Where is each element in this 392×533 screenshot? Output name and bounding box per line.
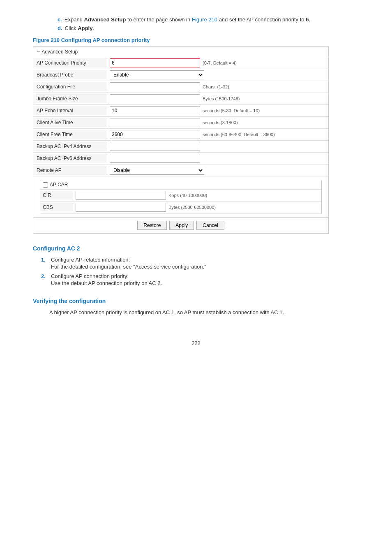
label-cir: CIR — [40, 191, 73, 199]
instruction-d: d. Click Apply. — [58, 25, 359, 31]
label-client-free-time: Client Free Time — [33, 130, 107, 139]
label-backup-ac-ipv6: Backup AC IPv6 Address — [33, 154, 107, 163]
label-jumbo-frame-size: Jumbo Frame Size — [33, 94, 107, 103]
input-cell-configuration-file: Chars. (1-32) — [107, 81, 328, 93]
input-cell-client-alive-time: seconds (3-1800) — [107, 117, 328, 128]
ac2-step-2: 2. Configure AP connection priority: Use… — [41, 273, 359, 286]
select-remote-ap[interactable]: Disable Enable — [110, 166, 204, 175]
input-cell-cir: Kbps (40-1000000) — [73, 190, 321, 201]
collapse-icon[interactable]: − — [37, 49, 40, 55]
step-1-content: Configure AP-related information: For th… — [51, 257, 359, 270]
hint-cir: Kbps (40-1000000) — [168, 193, 207, 198]
label-broadcast-probe: Broadcast Probe — [33, 70, 107, 79]
row-cbs: CBS Bytes (2500-62500000) — [40, 201, 321, 213]
input-cell-backup-ac-ipv6 — [107, 153, 328, 164]
input-client-alive-time[interactable] — [110, 118, 200, 127]
select-broadcast-probe[interactable]: Enable Disable — [110, 70, 204, 79]
input-cell-ap-echo-interval: seconds (5-80, Default = 10) — [107, 105, 328, 116]
input-backup-ac-ipv4[interactable] — [110, 142, 200, 151]
input-cell-broadcast-probe: Enable Disable — [107, 69, 328, 81]
step-1-sub: For the detailed configuration, see "Acc… — [51, 264, 359, 270]
step-letter-d: d. — [58, 25, 62, 31]
page-number: 222 — [33, 340, 359, 346]
hint-ap-connection-priority: (0-7, Default = 4) — [203, 60, 237, 65]
row-cir: CIR Kbps (40-1000000) — [40, 189, 321, 201]
step-1-main: Configure AP-related information: — [51, 257, 130, 263]
label-configuration-file: Configuration File — [33, 82, 107, 91]
input-cbs[interactable] — [76, 203, 166, 212]
input-cell-jumbo-frame-size: Bytes (1500-1748) — [107, 93, 328, 104]
row-ap-echo-interval: AP Echo Interval seconds (5-80, Default … — [33, 105, 328, 117]
restore-button[interactable]: Restore — [137, 221, 167, 230]
button-row: Restore Apply Cancel — [33, 217, 328, 233]
hint-cbs: Bytes (2500-62500000) — [168, 205, 216, 210]
form-container: − Advanced Setup AP Connection Priority … — [33, 46, 329, 234]
step-num-1: 1. — [41, 257, 51, 270]
step-letter-c: c. — [58, 16, 62, 23]
input-cir[interactable] — [76, 191, 166, 200]
row-broadcast-probe: Broadcast Probe Enable Disable — [33, 69, 328, 81]
apply-button[interactable]: Apply — [169, 221, 194, 230]
input-ap-echo-interval[interactable] — [110, 106, 200, 115]
ap-car-section: AP CAR CIR Kbps (40-1000000) CBS Bytes (… — [40, 180, 322, 213]
input-cell-cbs: Bytes (2500-62500000) — [73, 202, 321, 213]
row-client-free-time: Client Free Time seconds (60-86400, Defa… — [33, 129, 328, 141]
label-ap-connection-priority: AP Connection Priority — [33, 58, 107, 67]
ap-car-wrapper: AP CAR CIR Kbps (40-1000000) CBS Bytes (… — [33, 176, 328, 217]
row-backup-ac-ipv4: Backup AC IPv4 Address — [33, 141, 328, 153]
step-2-content: Configure AP connection priority: Use th… — [51, 273, 359, 286]
configuring-ac2-title: Configuring AC 2 — [33, 245, 359, 252]
step-2-main: Configure AP connection priority: — [51, 273, 129, 279]
hint-client-free-time: seconds (60-86400, Default = 3600) — [203, 132, 275, 137]
figure-title: Figure 210 Configuring AP connection pri… — [33, 37, 359, 43]
input-ap-connection-priority[interactable] — [110, 58, 200, 67]
step-2-sub: Use the default AP connection priority o… — [51, 280, 359, 286]
instruction-d-text: Click Apply. — [65, 25, 95, 31]
section-header: − Advanced Setup — [33, 47, 328, 57]
ap-car-checkbox[interactable] — [43, 182, 48, 188]
hint-ap-echo-interval: seconds (5-80, Default = 10) — [203, 108, 260, 113]
label-client-alive-time: Client Alive Time — [33, 118, 107, 127]
row-client-alive-time: Client Alive Time seconds (3-1800) — [33, 117, 328, 129]
section-header-label: Advanced Setup — [42, 49, 78, 55]
hint-client-alive-time: seconds (3-1800) — [203, 120, 238, 125]
label-cbs: CBS — [40, 203, 73, 211]
label-backup-ac-ipv4: Backup AC IPv4 Address — [33, 142, 107, 151]
hint-configuration-file: Chars. (1-32) — [203, 84, 229, 89]
hint-jumbo-frame-size: Bytes (1500-1748) — [203, 96, 240, 101]
verifying-title: Verifying the configuration — [33, 298, 359, 304]
row-configuration-file: Configuration File Chars. (1-32) — [33, 81, 328, 93]
row-ap-connection-priority: AP Connection Priority (0-7, Default = 4… — [33, 57, 328, 69]
verifying-text: A higher AP connection priority is confi… — [49, 309, 284, 315]
row-backup-ac-ipv6: Backup AC IPv6 Address — [33, 153, 328, 165]
cancel-button[interactable]: Cancel — [196, 221, 224, 230]
input-client-free-time[interactable] — [110, 130, 200, 139]
instruction-c-text: Expand Advanced Setup to enter the page … — [65, 16, 310, 23]
ap-car-label: AP CAR — [50, 182, 68, 188]
label-ap-echo-interval: AP Echo Interval — [33, 106, 107, 115]
input-cell-ap-connection-priority: (0-7, Default = 4) — [107, 57, 328, 69]
input-cell-client-free-time: seconds (60-86400, Default = 3600) — [107, 129, 328, 140]
input-jumbo-frame-size[interactable] — [110, 94, 200, 103]
ap-car-header: AP CAR — [40, 180, 321, 189]
input-configuration-file[interactable] — [110, 82, 200, 91]
input-cell-backup-ac-ipv4 — [107, 141, 328, 152]
verifying-text-wrapper: A higher AP connection priority is confi… — [33, 309, 359, 315]
input-backup-ac-ipv6[interactable] — [110, 154, 200, 163]
row-jumbo-frame-size: Jumbo Frame Size Bytes (1500-1748) — [33, 93, 328, 105]
row-remote-ap: Remote AP Disable Enable — [33, 165, 328, 176]
label-remote-ap: Remote AP — [33, 166, 107, 175]
input-cell-remote-ap: Disable Enable — [107, 165, 328, 176]
step-num-2: 2. — [41, 273, 51, 286]
instruction-c: c. Expand Advanced Setup to enter the pa… — [58, 16, 359, 23]
ac2-step-1: 1. Configure AP-related information: For… — [41, 257, 359, 270]
configuring-ac2-steps: 1. Configure AP-related information: For… — [33, 257, 359, 286]
